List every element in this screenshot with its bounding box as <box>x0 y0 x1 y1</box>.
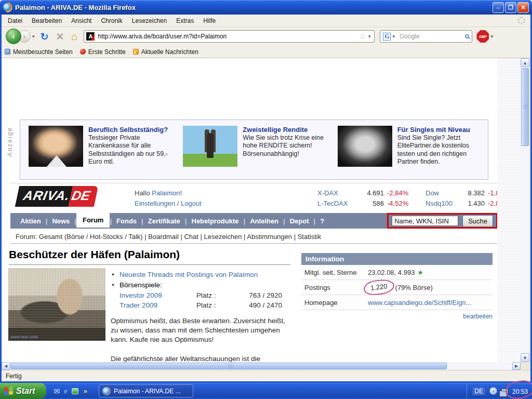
info-row-postings: Postings 1.220 (79% Börse) <box>301 280 493 295</box>
quick-launch: ✉ e » <box>54 387 87 395</box>
ticker-name[interactable]: Nsdq100 <box>425 198 461 209</box>
ad-elitepartner[interactable]: Für Singles mit Niveau Sind Sie Single? … <box>331 125 486 175</box>
navigation-toolbar: ‹ › ▾ ↻ ✕ ⌂ A http://www.ariva.de/board/… <box>2 27 530 46</box>
einstellungen-link[interactable]: Einstellungen <box>135 200 175 207</box>
homepage-link[interactable]: www.capsandiego.de/Schiff/Eign... <box>368 299 471 307</box>
horizontal-scroll-thumb[interactable] <box>10 363 447 369</box>
start-button[interactable]: Start <box>0 383 46 399</box>
ad-title[interactable]: Für Singles mit Niveau <box>397 126 486 134</box>
nav-help[interactable]: ? <box>315 215 329 228</box>
ticker-change: -4,52% <box>387 198 418 209</box>
menu-extras[interactable]: Extras <box>172 16 198 26</box>
menu-datei[interactable]: Datei <box>4 16 26 26</box>
close-button[interactable]: ✕ <box>517 2 529 13</box>
horizontal-scrollbar[interactable]: ◀ ▶ <box>2 362 521 370</box>
vertical-scrollbar[interactable]: ▲ ▼ <box>521 58 529 362</box>
bookmark-star-icon[interactable]: ☆ <box>359 32 366 41</box>
info-label: Postings <box>301 284 368 291</box>
bookmark-erste-schritte[interactable]: Erste Schritte <box>80 48 126 56</box>
nav-anleihen[interactable]: Anleihen <box>245 215 283 228</box>
nav-fonds[interactable]: Fonds <box>112 215 141 228</box>
ticker-change: -2,84% <box>387 188 418 198</box>
logout-link[interactable]: Logout <box>181 200 202 207</box>
window-title: Palaimon - ARIVA.DE - Mozilla Firefox <box>15 4 136 11</box>
ariva-logo[interactable]: ARIVA. DE <box>15 186 99 207</box>
image-watermark: www.heel.cults <box>10 335 38 339</box>
divider <box>10 183 499 183</box>
adblock-icon[interactable]: ABP <box>476 30 489 43</box>
ticker-name[interactable]: L-TecDAX <box>317 198 357 209</box>
ad-krankenkasse[interactable]: Beruflich Selbstständig? Testsieger Priv… <box>22 125 177 175</box>
green-star-icon: ★ <box>417 269 423 276</box>
scroll-down-button[interactable]: ▼ <box>521 353 529 362</box>
adblock-dropdown-icon[interactable]: ▾ <box>490 34 493 39</box>
bookmark-aktuelle-nachrichten[interactable]: Aktuelle Nachrichten <box>133 48 198 56</box>
logo-text-black: ARIVA. <box>15 186 73 207</box>
info-label: Mitgl. seit, Sterne <box>301 269 368 276</box>
google-engine-icon[interactable]: G <box>383 33 391 41</box>
firefox-task-button[interactable]: Palaimon - ARIVA.DE ... <box>99 384 193 397</box>
game-row: Investor 2009 Platz : 763 / 2920 <box>111 291 290 301</box>
minimize-button[interactable]: ─ <box>493 2 504 13</box>
mail-icon[interactable]: ✉ <box>54 387 60 395</box>
nav-hebelprodukte[interactable]: Hebelprodukte <box>187 215 244 228</box>
nav-aktien[interactable]: Aktien <box>16 215 46 228</box>
url-bar[interactable]: A http://www.ariva.de/board/user.m?id=Pa… <box>84 30 375 43</box>
windows-logo-icon <box>4 387 13 395</box>
menu-ansicht[interactable]: Ansicht <box>67 16 96 26</box>
quicklaunch-overflow-icon[interactable]: » <box>84 387 87 395</box>
ad-title[interactable]: Zweistellige Rendite <box>243 126 331 134</box>
stop-button[interactable]: ✕ <box>56 31 64 43</box>
ad-rendite[interactable]: Zweistellige Rendite Wie Sie sich trotz … <box>177 125 331 175</box>
bookmark-meistbesuchte[interactable]: Meistbesuchte Seiten <box>5 48 73 56</box>
internet-explorer-icon[interactable]: e <box>64 387 68 395</box>
scroll-up-button[interactable]: ▲ <box>521 58 529 67</box>
wkn-search-input[interactable] <box>392 216 458 226</box>
username-link[interactable]: Palaimon <box>152 189 180 197</box>
search-box[interactable]: G ▾ Google <box>380 30 472 43</box>
suche-button[interactable]: Suche <box>462 215 493 227</box>
quote-humboldt: Die gefährlichste aller Weltanschauungen… <box>111 354 291 362</box>
scroll-left-button[interactable]: ◀ <box>2 362 10 370</box>
information-header: Information <box>301 253 493 265</box>
show-desktop-icon[interactable] <box>72 388 78 394</box>
hide-tray-icons-icon[interactable]: ‹ <box>489 387 497 395</box>
url-text[interactable]: http://www.ariva.de/board/user.m?id=Pala… <box>98 33 358 40</box>
profile-image-mosaic: www.heel.cults <box>8 268 105 341</box>
nav-forum-active[interactable]: Forum <box>76 212 110 228</box>
home-button[interactable]: ⌂ <box>71 31 77 43</box>
nav-zertifikate[interactable]: Zertifikate <box>143 215 185 228</box>
back-button[interactable]: ‹ <box>6 29 21 44</box>
ticker-name[interactable]: Dow <box>425 188 461 198</box>
vertical-scroll-thumb[interactable] <box>521 68 529 146</box>
nav-news[interactable]: News <box>47 215 74 228</box>
bookmark-label: Meistbesuchte Seiten <box>13 48 73 56</box>
urlbar-dropdown-icon[interactable]: ▾ <box>368 34 371 39</box>
language-indicator[interactable]: DE <box>472 387 485 395</box>
investor-2009-link[interactable]: Investor 2009 <box>119 291 196 301</box>
history-dropdown-icon[interactable]: ▾ <box>32 34 35 39</box>
menu-lesezeichen[interactable]: Lesezeichen <box>128 16 171 26</box>
engine-dropdown-icon[interactable]: ▾ <box>392 34 395 39</box>
search-magnifier-icon[interactable] <box>465 34 469 38</box>
start-label: Start <box>16 387 35 396</box>
subnav-links[interactable]: Forum: Gesamt (Börse / Hot-Stocks / Talk… <box>16 233 321 241</box>
bearbeiten-link[interactable]: bearbeiten <box>463 313 493 320</box>
ad-body: Wie Sie sich trotz Krise eine hohe RENDI… <box>243 134 331 158</box>
title-underline <box>9 264 290 265</box>
menu-bearbeiten[interactable]: Bearbeiten <box>28 16 66 26</box>
reload-button[interactable]: ↻ <box>41 31 49 43</box>
search-placeholder[interactable]: Google <box>400 33 465 40</box>
neueste-threads-link[interactable]: Neueste Threads mit Postings von Palaimo… <box>119 271 258 278</box>
menu-hilfe[interactable]: Hilfe <box>199 16 220 26</box>
ticker-name[interactable]: X-DAX <box>317 188 357 198</box>
maximize-button[interactable]: ❐ <box>505 2 516 13</box>
menu-chronik[interactable]: Chronik <box>97 16 126 26</box>
ad-title[interactable]: Beruflich Selbstständig? <box>88 126 177 134</box>
boersenspiele-label: Börsenspiele: <box>119 281 162 289</box>
forum-subnav: Forum: Gesamt (Börse / Hot-Stocks / Talk… <box>10 230 499 244</box>
trader-2009-link[interactable]: Trader 2009 <box>119 301 196 311</box>
scroll-right-button[interactable]: ▶ <box>512 362 521 370</box>
window-titlebar[interactable]: Palaimon - ARIVA.DE - Mozilla Firefox ─ … <box>0 0 532 15</box>
nav-depot[interactable]: Depot <box>285 215 314 228</box>
